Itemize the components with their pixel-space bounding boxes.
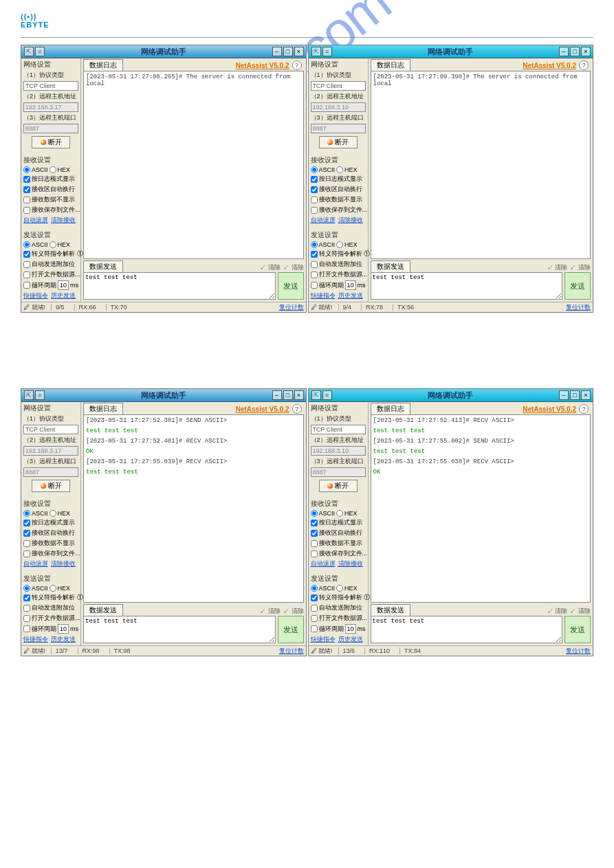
clear-tool-1[interactable]: 清除: [260, 263, 281, 272]
recv-opt1[interactable]: [23, 520, 30, 526]
minimize-icon[interactable]: –: [559, 390, 569, 400]
recv-ascii-radio[interactable]: [23, 166, 30, 173]
tab-send[interactable]: 数据发送: [83, 604, 123, 616]
minimize-icon[interactable]: –: [272, 47, 282, 56]
host-input[interactable]: [311, 102, 366, 112]
help-icon[interactable]: ?: [579, 404, 589, 414]
tab-send[interactable]: 数据发送: [371, 260, 410, 272]
disconnect-button[interactable]: 断开: [32, 480, 70, 492]
recv-opt2[interactable]: [23, 186, 30, 193]
recv-opt3[interactable]: [311, 197, 318, 203]
send-hex-radio[interactable]: [336, 241, 343, 248]
reset-link[interactable]: 复位计数: [566, 647, 591, 656]
help-icon[interactable]: ?: [292, 60, 302, 70]
send-opt1[interactable]: [23, 251, 30, 258]
recv-opt2[interactable]: [311, 530, 318, 537]
reset-link[interactable]: 复位计数: [279, 303, 304, 312]
maximize-icon[interactable]: □: [283, 47, 293, 56]
close-icon[interactable]: ×: [294, 390, 304, 400]
recv-opt4[interactable]: [23, 550, 30, 557]
maximize-icon[interactable]: □: [570, 390, 580, 400]
send-opt4[interactable]: [23, 625, 30, 632]
send-opt2[interactable]: [23, 261, 30, 268]
recv-opt3[interactable]: [311, 540, 318, 547]
send-button[interactable]: 发送: [278, 272, 304, 300]
auto-scroll-link[interactable]: 自动滚屏: [311, 560, 336, 567]
send-opt2[interactable]: [311, 605, 318, 612]
send-hex-radio[interactable]: [50, 241, 56, 248]
auto-scroll-link[interactable]: 自动滚屏: [311, 216, 336, 223]
history-link[interactable]: 历史发送: [338, 636, 363, 643]
clear-tool-2[interactable]: 清除: [283, 263, 304, 272]
pin-icon[interactable]: ⇱: [24, 390, 34, 400]
send-opt2[interactable]: [311, 261, 318, 268]
send-opt4[interactable]: [23, 282, 30, 289]
recv-opt4[interactable]: [311, 550, 318, 557]
host-input[interactable]: [311, 446, 366, 456]
send-opt1[interactable]: [311, 594, 318, 601]
maximize-icon[interactable]: □: [570, 47, 580, 56]
tab-log[interactable]: 数据日志: [83, 403, 123, 414]
tab-log[interactable]: 数据日志: [83, 59, 123, 71]
clear-tool-1[interactable]: 清除: [547, 607, 568, 616]
titlebar[interactable]: ⇱ ≡ 网络调试助手 – □ ×: [309, 389, 593, 402]
titlebar[interactable]: ⇱ ≡ 网络调试助手 – □ ×: [309, 45, 593, 58]
send-opt3[interactable]: [311, 271, 318, 278]
period-input[interactable]: [345, 624, 356, 634]
send-opt1[interactable]: [311, 251, 318, 258]
recv-opt1[interactable]: [23, 176, 30, 183]
shortcut-link[interactable]: 快捷指令: [311, 636, 336, 643]
recv-opt4[interactable]: [311, 207, 318, 214]
port-input[interactable]: [311, 467, 366, 477]
send-opt3[interactable]: [311, 615, 318, 622]
send-ascii-radio[interactable]: [23, 585, 30, 592]
disconnect-button[interactable]: 断开: [32, 136, 70, 148]
recv-opt3[interactable]: [23, 540, 30, 547]
host-input[interactable]: [23, 102, 78, 112]
version-link[interactable]: NetAssist V5.0.2: [523, 62, 576, 69]
port-input[interactable]: [23, 124, 78, 133]
titlebar[interactable]: ⇱ ≡ 网络调试助手 – □ ×: [21, 389, 306, 402]
protocol-select[interactable]: [23, 81, 78, 91]
auto-scroll-link[interactable]: 自动滚屏: [23, 216, 48, 223]
menu-icon[interactable]: ≡: [35, 47, 45, 56]
reset-link[interactable]: 复位计数: [566, 303, 591, 312]
clear-tool-1[interactable]: 清除: [260, 607, 281, 616]
send-button[interactable]: 发送: [564, 616, 591, 643]
menu-icon[interactable]: ≡: [322, 390, 332, 400]
send-opt3[interactable]: [23, 615, 30, 622]
recv-hex-radio[interactable]: [336, 510, 343, 517]
tab-send[interactable]: 数据发送: [83, 260, 123, 272]
send-ascii-radio[interactable]: [311, 585, 318, 592]
clear-recv-link[interactable]: 清除接收: [338, 216, 363, 223]
send-button[interactable]: 发送: [278, 616, 304, 643]
recv-opt2[interactable]: [311, 186, 318, 193]
clear-tool-2[interactable]: 清除: [570, 607, 591, 616]
help-icon[interactable]: ?: [579, 60, 589, 70]
recv-opt3[interactable]: [23, 197, 30, 203]
close-icon[interactable]: ×: [581, 390, 591, 400]
help-icon[interactable]: ?: [292, 404, 302, 414]
recv-opt4[interactable]: [23, 207, 30, 214]
send-opt4[interactable]: [311, 625, 318, 632]
menu-icon[interactable]: ≡: [35, 390, 45, 400]
send-ascii-radio[interactable]: [311, 241, 318, 248]
send-opt1[interactable]: [23, 594, 30, 601]
maximize-icon[interactable]: □: [283, 390, 293, 400]
clear-tool-2[interactable]: 清除: [570, 263, 591, 272]
minimize-icon[interactable]: –: [559, 47, 569, 56]
minimize-icon[interactable]: –: [272, 390, 282, 400]
tab-log[interactable]: 数据日志: [371, 59, 410, 71]
protocol-select[interactable]: [23, 425, 78, 434]
send-opt2[interactable]: [23, 605, 30, 612]
period-input[interactable]: [58, 280, 69, 290]
history-link[interactable]: 历史发送: [51, 292, 76, 299]
version-link[interactable]: NetAssist V5.0.2: [236, 62, 289, 69]
version-link[interactable]: NetAssist V5.0.2: [523, 405, 576, 413]
version-link[interactable]: NetAssist V5.0.2: [236, 405, 289, 413]
protocol-select[interactable]: [311, 81, 366, 91]
send-button[interactable]: 发送: [564, 272, 591, 300]
pin-icon[interactable]: ⇱: [24, 47, 34, 56]
period-input[interactable]: [345, 280, 356, 290]
pin-icon[interactable]: ⇱: [311, 47, 321, 56]
